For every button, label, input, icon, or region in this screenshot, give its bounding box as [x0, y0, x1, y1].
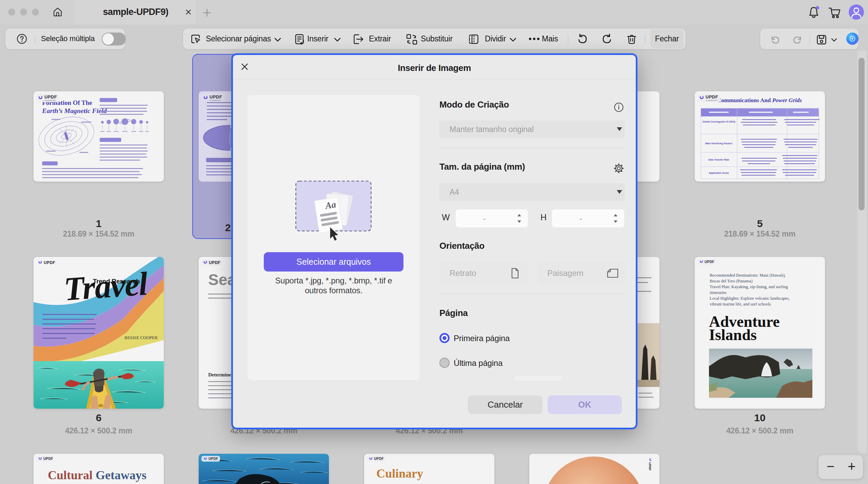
- svg-text:Bocas del Toro (Panama): Bocas del Toro (Panama): [710, 279, 752, 283]
- svg-text:Local Highlights: Explore volc: Local Highlights: Explore volcanic lands…: [710, 296, 790, 301]
- svg-text:Earth’s Magnetic Field: Earth’s Magnetic Field: [42, 107, 107, 114]
- svg-text:Travel: Travel: [63, 265, 149, 308]
- svg-text:Main Interfering Factors: Main Interfering Factors: [705, 142, 732, 145]
- svg-text:itineraries: itineraries: [710, 290, 727, 295]
- svg-text:Travel Plan: Kayaking, zip-lin: Travel Plan: Kayaking, zip-lining, and s…: [710, 284, 788, 289]
- svg-text:Global Coverage(As Of 2024): Global Coverage(As Of 2024): [703, 120, 735, 123]
- svg-text:Trend Research: Trend Research: [93, 278, 140, 285]
- svg-text:Application Areas: Application Areas: [709, 172, 729, 174]
- svg-text:Recommended Destinations: Maui: Recommended Destinations: Maui (Hawaii),: [710, 273, 786, 278]
- svg-text:vibrant marine life, and surf: vibrant marine life, and surf schools: [710, 302, 771, 306]
- svg-text:Communications And Power Grids: Communications And Power Grids: [717, 97, 802, 104]
- svg-text:Data Transfer Rate: Data Transfer Rate: [708, 159, 729, 161]
- svg-text:BESSIE COOPER: BESSIE COOPER: [124, 335, 158, 340]
- svg-text:Islands: Islands: [709, 326, 757, 343]
- svg-text:Aa: Aa: [324, 199, 337, 211]
